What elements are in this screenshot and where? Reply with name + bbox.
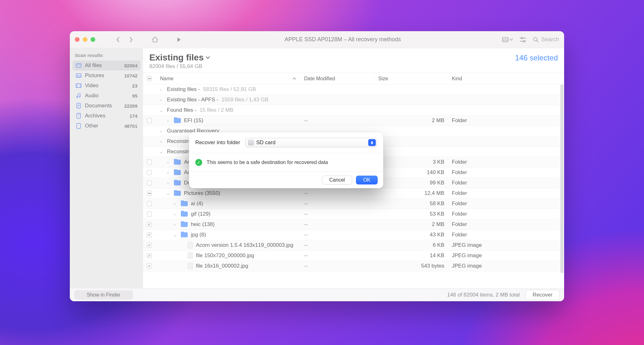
nav-back-button[interactable]: [114, 35, 122, 44]
table-row[interactable]: ›Existing files - APFS - 1559 files / 1,…: [143, 95, 560, 105]
folder-icon: [174, 170, 181, 175]
disclosure-down-icon[interactable]: ⌄: [172, 233, 178, 237]
disclosure-right-icon[interactable]: ›: [172, 201, 178, 206]
column-name[interactable]: Name: [143, 76, 300, 82]
recover-destination-dialog: Recover into folder SD card ✓ This seems…: [189, 132, 383, 188]
disclosure-right-icon[interactable]: ›: [158, 139, 164, 144]
allfiles-icon: [75, 62, 82, 69]
sidebar-item-other[interactable]: Other 48701: [72, 121, 141, 131]
row-checkbox[interactable]: [147, 243, 152, 248]
disclosure-down-icon[interactable]: ⌄: [158, 108, 164, 113]
row-checkbox[interactable]: [147, 160, 152, 165]
row-checkbox[interactable]: [147, 191, 152, 196]
select-all-checkbox[interactable]: [147, 76, 152, 81]
svg-point-6: [524, 40, 525, 42]
table-row[interactable]: file 150x720_000000.jpg--14 KBJPEG image: [143, 251, 560, 261]
row-kind: Folder: [452, 211, 467, 217]
table-row[interactable]: ›gif (129)--53 KBFolder: [143, 209, 560, 219]
disclosure-right-icon[interactable]: ›: [165, 170, 171, 175]
dialog-label: Recover into folder: [195, 139, 240, 146]
table-row[interactable]: ⌄Pictures (3550)--12,4 MBFolder: [143, 188, 560, 199]
row-date: --: [304, 263, 308, 269]
vertical-scrollbar[interactable]: [560, 84, 564, 273]
row-checkbox[interactable]: [147, 180, 152, 185]
disclosure-right-icon[interactable]: ›: [158, 129, 164, 133]
disclosure-right-icon[interactable]: ›: [158, 87, 164, 92]
svg-rect-15: [80, 84, 81, 88]
disclosure-right-icon[interactable]: ›: [172, 212, 178, 217]
audio-icon: [75, 93, 82, 99]
sidebar-item-label: Video: [85, 82, 98, 89]
disclosure-right-icon[interactable]: ›: [165, 118, 171, 123]
show-in-finder-button[interactable]: Show in Finder: [74, 290, 133, 300]
disclosure-right-icon[interactable]: ›: [172, 222, 178, 227]
disclosure-right-icon[interactable]: ›: [165, 160, 171, 165]
table-row[interactable]: ›ai (4)--58 KBFolder: [143, 199, 560, 209]
column-date[interactable]: Date Modified: [300, 76, 375, 82]
table-row[interactable]: ›Existing files - 58315 files / 52,91 GB: [143, 84, 560, 95]
settings-button[interactable]: [519, 35, 527, 44]
sidebar-item-count: 95: [132, 93, 137, 99]
fullscreen-window-button[interactable]: [91, 37, 95, 42]
home-button[interactable]: [151, 35, 159, 44]
row-checkbox[interactable]: [147, 222, 152, 227]
row-size: 6 KB: [433, 242, 444, 248]
svg-rect-14: [76, 84, 77, 88]
sidebar-item-pictures[interactable]: Pictures 10742: [72, 71, 141, 81]
sidebar-item-video[interactable]: Video 23: [72, 81, 141, 91]
row-kind: Folder: [452, 159, 467, 165]
sidebar: Scan results All files 82004 Pictures 10…: [70, 48, 143, 288]
row-checkbox[interactable]: [147, 118, 152, 123]
cancel-button[interactable]: Cancel: [322, 176, 352, 184]
table-row[interactable]: file 16x16_000002.jpg--543 bytesJPEG ima…: [143, 261, 560, 271]
disclosure-down-icon[interactable]: ⌄: [158, 150, 164, 154]
folder-icon: [174, 180, 181, 185]
table-row[interactable]: Acorn version 1.5.4 163x119_000003.jpg--…: [143, 240, 560, 251]
view-options-button[interactable]: [502, 35, 513, 44]
sidebar-item-documents[interactable]: Documents 22269: [72, 101, 141, 111]
row-name: Acorn version 1.5.4 163x119_000003.jpg: [196, 242, 293, 248]
table-row[interactable]: ›EFI (15)--2 MBFolder: [143, 116, 560, 126]
disclosure-right-icon[interactable]: ›: [158, 98, 164, 102]
toolbar-right: Search: [502, 35, 559, 44]
disclosure-down-icon[interactable]: ⌄: [165, 191, 171, 196]
row-date: --: [304, 117, 308, 124]
sidebar-item-archives[interactable]: Archives 174: [72, 111, 141, 121]
folder-icon: [181, 201, 188, 206]
nav-forward-button[interactable]: [127, 35, 136, 44]
row-kind: JPEG image: [452, 252, 482, 259]
section-title-dropdown[interactable]: Existing files: [149, 53, 210, 63]
table-row[interactable]: ⌄Found files - 15 files / 2 MB: [143, 105, 560, 116]
play-button[interactable]: [175, 35, 183, 44]
selection-count: 146 selected: [515, 54, 558, 62]
folder-icon: [174, 191, 181, 196]
other-icon: [75, 123, 82, 129]
window-controls: [75, 37, 98, 42]
sidebar-item-audio[interactable]: Audio 95: [72, 91, 141, 101]
row-kind: Folder: [452, 117, 467, 124]
row-checkbox[interactable]: [147, 212, 152, 217]
destination-select[interactable]: SD card: [245, 138, 377, 147]
select-stepper-icon: [368, 139, 376, 146]
row-checkbox[interactable]: [147, 201, 152, 206]
column-size[interactable]: Size: [375, 76, 448, 82]
chevron-down-icon: [510, 38, 513, 41]
table-row[interactable]: ›heic (138)--2 MBFolder: [143, 219, 560, 230]
minimize-window-button[interactable]: [83, 37, 87, 42]
row-name-detail: 1559 files / 1,43 GB: [221, 97, 268, 103]
row-checkbox[interactable]: [147, 170, 152, 175]
disclosure-right-icon[interactable]: ›: [165, 181, 171, 185]
sidebar-item-label: All files: [85, 62, 102, 69]
row-checkbox[interactable]: [147, 232, 152, 237]
sidebar-item-allfiles[interactable]: All files 82004: [72, 60, 141, 71]
row-checkbox[interactable]: [147, 263, 152, 269]
ok-button[interactable]: OK: [356, 176, 378, 184]
sidebar-item-count: 48701: [124, 123, 137, 129]
row-checkbox[interactable]: [147, 253, 152, 258]
column-kind[interactable]: Kind: [448, 76, 560, 82]
recover-button[interactable]: Recover: [525, 290, 560, 300]
row-name: gif (129): [191, 211, 210, 217]
close-window-button[interactable]: [75, 37, 80, 42]
search-field[interactable]: Search: [533, 36, 559, 43]
table-row[interactable]: ⌄jpg (8)--43 KBFolder: [143, 230, 560, 240]
